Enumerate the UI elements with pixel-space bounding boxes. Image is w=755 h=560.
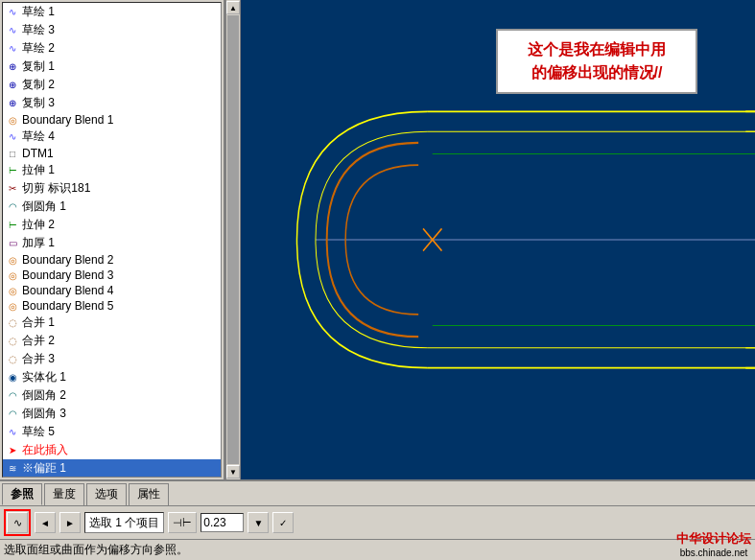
cut-icon: ✂ <box>5 182 20 196</box>
tree-item-label-24: 倒圆角 3 <box>22 406 66 422</box>
logo-line2: bbs.chinade.net <box>680 548 748 558</box>
boundary-icon: ◎ <box>5 253 20 267</box>
tree-item-25[interactable]: ∿草绘 5 <box>3 423 221 441</box>
tree-item-2[interactable]: ∿草绘 3 <box>3 21 221 39</box>
tree-item-label-2: 草绘 3 <box>22 22 55 38</box>
tab-参照[interactable]: 参照 <box>2 483 42 505</box>
tree-item-label-3: 草绘 2 <box>22 40 55 57</box>
left-panel: ∿草绘 1∿草绘 3∿草绘 2⊕复制 1⊕复制 2⊕复制 3◎Boundary … <box>0 0 225 479</box>
extrude-icon: ⊢ <box>5 164 20 177</box>
boundary-icon: ◎ <box>5 268 20 282</box>
annotation-line2: 的偏移出现的情况// <box>531 64 663 81</box>
copy-icon: ⊕ <box>5 97 20 110</box>
tree-item-21[interactable]: ◌合并 3 <box>3 350 221 368</box>
sketch-icon: ∿ <box>5 6 20 19</box>
merge-icon: ◌ <box>5 316 20 330</box>
dtm-icon: □ <box>5 147 20 160</box>
tree-item-label-6: 复制 3 <box>22 95 55 111</box>
solidify-icon: ◉ <box>5 371 20 385</box>
tree-item-16[interactable]: ◎Boundary Blend 3 <box>3 268 221 283</box>
tree-item-7[interactable]: ◎Boundary Blend 1 <box>3 112 221 128</box>
tree-item-label-14: 加厚 1 <box>22 235 55 251</box>
copy-icon: ⊕ <box>5 60 20 74</box>
offset-value-input[interactable] <box>201 513 244 532</box>
tree-item-3[interactable]: ∿草绘 2 <box>3 39 221 58</box>
logo-line1: 中华设计论坛 <box>676 530 751 548</box>
merge-icon: ◌ <box>5 353 20 366</box>
arrow-left-btn[interactable]: ◄ <box>35 512 56 533</box>
tree-item-label-8: 草绘 4 <box>22 128 55 145</box>
tree-item-5[interactable]: ⊕复制 2 <box>3 76 221 94</box>
extrude-icon: ⊢ <box>5 219 20 232</box>
dropdown-arrow-btn[interactable]: ▼ <box>248 512 269 533</box>
sketch-icon: ∿ <box>5 24 20 37</box>
status-bar: 选取面组或曲面作为偏移方向参照。 中华设计论坛 bbs.chinade.net <box>0 539 755 560</box>
tree-item-19[interactable]: ◌合并 1 <box>3 314 221 332</box>
offset-icon: ≋ <box>5 462 20 476</box>
tree-item-22[interactable]: ◉实体化 1 <box>3 368 221 386</box>
sketch-icon: ∿ <box>5 130 20 144</box>
tree-item-label-9: DTM1 <box>22 147 54 160</box>
tree-item-4[interactable]: ⊕复制 1 <box>3 58 221 76</box>
sketch-tool-btn[interactable]: ∿ <box>7 512 28 533</box>
boundary-icon: ◎ <box>5 299 20 313</box>
dim-icon-btn[interactable]: ⊣⊢ <box>168 512 197 533</box>
tree-item-20[interactable]: ◌合并 2 <box>3 332 221 350</box>
annotation-box: 这个是我在编辑中用 的偏移出现的情况// <box>496 29 697 94</box>
arrow-right-btn[interactable]: ► <box>59 512 81 533</box>
tree-item-label-16: Boundary Blend 3 <box>22 268 113 282</box>
tree-item-9[interactable]: □DTM1 <box>3 146 221 161</box>
tab-row: 参照量度选项属性 <box>0 481 755 505</box>
tree-item-24[interactable]: ◠倒圆角 3 <box>3 405 221 423</box>
tree-item-17[interactable]: ◎Boundary Blend 4 <box>3 283 221 298</box>
tab-量度[interactable]: 量度 <box>44 483 84 505</box>
confirm-btn[interactable]: ✓ <box>272 512 294 533</box>
main-container: ∿草绘 1∿草绘 3∿草绘 2⊕复制 1⊕复制 2⊕复制 3◎Boundary … <box>0 0 755 560</box>
tree-item-label-1: 草绘 1 <box>22 4 55 20</box>
logo-area: 中华设计论坛 bbs.chinade.net <box>676 530 751 558</box>
cad-viewport[interactable]: 这个是我在编辑中用 的偏移出现的情况// <box>241 0 755 479</box>
scroll-up-arrow[interactable]: ▲ <box>226 1 240 14</box>
tree-item-label-4: 复制 1 <box>22 58 55 75</box>
scroll-down-arrow[interactable]: ▼ <box>226 465 240 478</box>
tree-item-23[interactable]: ◠倒圆角 2 <box>3 386 221 405</box>
tree-item-1[interactable]: ∿草绘 1 <box>3 3 221 21</box>
tree-item-14[interactable]: ▭加厚 1 <box>3 234 221 252</box>
tree-item-label-5: 复制 2 <box>22 77 55 93</box>
tree-item-label-17: Boundary Blend 4 <box>22 284 113 297</box>
sketch-icon-btn[interactable]: ∿ <box>4 509 31 536</box>
tree-item-label-11: 切剪 标识181 <box>22 180 90 197</box>
tree-item-15[interactable]: ◎Boundary Blend 2 <box>3 252 221 268</box>
tab-选项[interactable]: 选项 <box>86 483 127 505</box>
tree-item-27[interactable]: ≋※偏距 1 <box>3 459 221 478</box>
sketch-icon: ∿ <box>5 42 20 56</box>
tree-item-label-13: 拉伸 2 <box>22 217 55 233</box>
tree-item-6[interactable]: ⊕复制 3 <box>3 94 221 112</box>
tree-item-label-18: Boundary Blend 5 <box>22 299 113 313</box>
tree-item-12[interactable]: ◠倒圆角 1 <box>3 198 221 216</box>
tree-item-label-27: ※偏距 1 <box>22 460 66 477</box>
tree-item-13[interactable]: ⊢拉伸 2 <box>3 216 221 234</box>
tree-item-11[interactable]: ✂切剪 标识181 <box>3 179 221 198</box>
feature-tree[interactable]: ∿草绘 1∿草绘 3∿草绘 2⊕复制 1⊕复制 2⊕复制 3◎Boundary … <box>2 2 222 478</box>
boundary-icon: ◎ <box>5 284 20 297</box>
tree-item-label-25: 草绘 5 <box>22 424 55 440</box>
tab-属性[interactable]: 属性 <box>129 483 169 505</box>
status-text: 选取面组或曲面作为偏移方向参照。 <box>4 542 188 558</box>
tree-item-18[interactable]: ◎Boundary Blend 5 <box>3 298 221 314</box>
tree-item-8[interactable]: ∿草绘 4 <box>3 128 221 146</box>
round-icon: ◠ <box>5 389 20 403</box>
mid-scrollbar: ▲ ▼ <box>225 0 241 479</box>
annotation-line1: 这个是我在编辑中用 <box>528 41 666 58</box>
dropdown-label: 选取 1 个项目 <box>89 515 159 531</box>
tree-item-label-20: 合并 2 <box>22 333 55 349</box>
copy-icon: ⊕ <box>5 79 20 92</box>
tree-item-label-26: 在此插入 <box>22 442 68 458</box>
tree-item-label-10: 拉伸 1 <box>22 162 55 178</box>
tree-item-10[interactable]: ⊢拉伸 1 <box>3 161 221 179</box>
tree-item-26[interactable]: ➤在此插入 <box>3 441 221 459</box>
selection-dropdown[interactable]: 选取 1 个项目 <box>84 512 164 533</box>
tree-item-label-12: 倒圆角 1 <box>22 198 66 215</box>
round-icon: ◠ <box>5 408 20 421</box>
here-icon: ➤ <box>5 444 20 457</box>
